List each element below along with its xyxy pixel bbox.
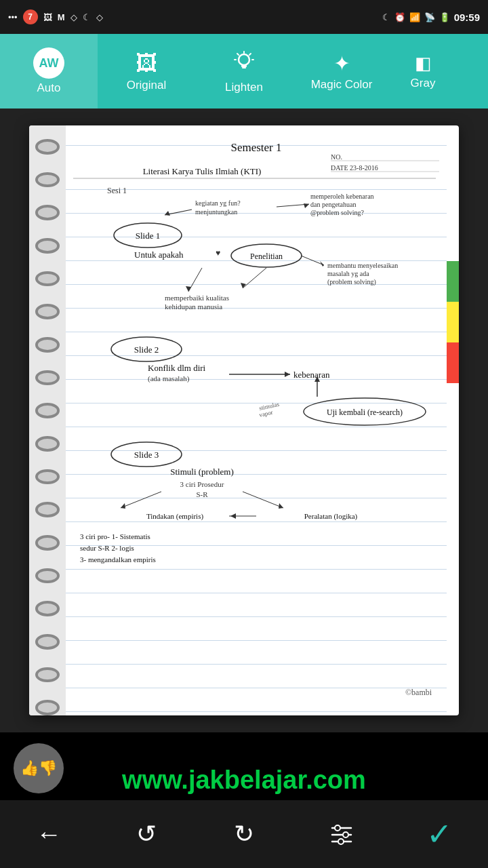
svg-text:Uji kembali (re-search): Uji kembali (re-search) bbox=[327, 408, 403, 417]
svg-text:@problem solving?: @problem solving? bbox=[310, 209, 364, 216]
color-tabs bbox=[447, 261, 459, 383]
status-left-icons: ••• 7 🖼 M ◇ ☾ ◇ bbox=[8, 9, 103, 24]
nav-gray-label: Gray bbox=[411, 77, 436, 90]
notification-dots: ••• bbox=[8, 12, 18, 22]
ring-16 bbox=[35, 634, 60, 650]
svg-line-31 bbox=[301, 256, 324, 265]
back-icon: ← bbox=[36, 820, 62, 849]
gallery-icon: 🖼 bbox=[43, 12, 52, 22]
svg-marker-24 bbox=[304, 203, 309, 208]
svg-text:NO.: NO. bbox=[331, 153, 342, 161]
ring-9 bbox=[35, 403, 60, 418]
svg-point-77 bbox=[338, 839, 344, 844]
rotate-right-button[interactable]: ↻ bbox=[217, 807, 271, 861]
ring-4 bbox=[35, 238, 60, 254]
svg-rect-2 bbox=[242, 67, 246, 68]
svg-text:©bambi: ©bambi bbox=[405, 688, 432, 697]
svg-marker-63 bbox=[279, 503, 283, 509]
svg-text:Tindakan (empiris): Tindakan (empiris) bbox=[146, 512, 204, 521]
nav-item-gray[interactable]: ◧ Gray bbox=[390, 34, 455, 108]
svg-text:(problem solving): (problem solving) bbox=[327, 278, 376, 286]
status-time: 09:59 bbox=[454, 12, 480, 23]
lighten-icon bbox=[232, 49, 256, 78]
svg-text:Semester 1: Semester 1 bbox=[230, 141, 281, 154]
svg-text:(ada masalah): (ada masalah) bbox=[148, 374, 190, 383]
moon-icon: ☾ bbox=[83, 12, 91, 22]
original-icon: 🖼 bbox=[136, 51, 157, 76]
svg-text:3 ciri pro-  1-  Sistematis: 3 ciri pro- 1- Sistematis bbox=[80, 532, 150, 540]
ring-8 bbox=[35, 370, 60, 386]
svg-text:3-  mengandalkan empiris: 3- mengandalkan empiris bbox=[80, 555, 156, 564]
note-svg: Semester 1 NO. DATE 23-8-2016 Literasi K… bbox=[66, 125, 447, 715]
svg-text:menjuntungkan: menjuntungkan bbox=[195, 208, 237, 216]
diamond-icon: ◇ bbox=[70, 12, 77, 22]
top-nav: AW Auto 🖼 Original Lighten ✦ Magic Color bbox=[0, 34, 488, 108]
nav-item-lighten[interactable]: Lighten bbox=[195, 34, 293, 108]
svg-text:kebenaran: kebenaran bbox=[293, 370, 330, 380]
ring-10 bbox=[35, 436, 60, 452]
nav-item-auto[interactable]: AW Auto bbox=[0, 34, 98, 108]
color-tab-green bbox=[447, 261, 459, 302]
svg-point-0 bbox=[239, 54, 249, 65]
svg-text:Peralatan (logika): Peralatan (logika) bbox=[304, 512, 358, 521]
notebook-image: Semester 1 NO. DATE 23-8-2016 Literasi K… bbox=[29, 125, 459, 715]
ring-1 bbox=[35, 139, 60, 155]
rotate-left-icon: ↺ bbox=[136, 820, 157, 848]
website-link[interactable]: www.jakbelajar.com bbox=[0, 766, 488, 795]
svg-point-73 bbox=[335, 825, 340, 831]
rotate-left-button[interactable]: ↺ bbox=[119, 807, 174, 861]
back-button[interactable]: ← bbox=[22, 807, 76, 861]
ring-18 bbox=[35, 700, 60, 715]
svg-text:memperoleh kebenaran: memperoleh kebenaran bbox=[310, 193, 374, 200]
svg-line-4 bbox=[249, 54, 251, 55]
svg-marker-39 bbox=[241, 283, 246, 288]
checkmark-icon: ✓ bbox=[426, 816, 453, 852]
svg-text:Sesi 1: Sesi 1 bbox=[107, 186, 127, 195]
svg-text:♥: ♥ bbox=[216, 248, 220, 258]
svg-text:dan pengetahuan: dan pengetahuan bbox=[310, 201, 356, 208]
ring-6 bbox=[35, 304, 60, 319]
alarm-icon: ⏰ bbox=[394, 12, 405, 22]
svg-rect-1 bbox=[241, 65, 247, 67]
ring-15 bbox=[35, 601, 60, 616]
svg-text:DATE  23-8-2016: DATE 23-8-2016 bbox=[331, 164, 378, 172]
svg-marker-19 bbox=[165, 211, 170, 216]
confirm-button[interactable]: ✓ bbox=[412, 807, 466, 861]
svg-text:Stimuli (problem): Stimuli (problem) bbox=[170, 467, 234, 477]
wifi-icon: 📶 bbox=[409, 12, 420, 22]
nav-item-magic-color[interactable]: ✦ Magic Color bbox=[293, 34, 390, 108]
gmail-icon: M bbox=[58, 12, 65, 22]
nav-item-original[interactable]: 🖼 Original bbox=[98, 34, 195, 108]
notebook-rings bbox=[29, 125, 66, 715]
battery-icon: 🔋 bbox=[439, 12, 450, 22]
svg-line-60 bbox=[121, 492, 161, 508]
svg-text:masalah yg ada: masalah yg ada bbox=[327, 270, 369, 277]
nav-original-label: Original bbox=[127, 79, 167, 92]
diamond2-icon: ◇ bbox=[96, 12, 103, 22]
svg-line-6 bbox=[237, 54, 239, 55]
svg-point-75 bbox=[343, 832, 348, 837]
app-icon-7: 7 bbox=[23, 9, 38, 24]
settings-button[interactable] bbox=[314, 807, 369, 861]
svg-marker-66 bbox=[230, 513, 236, 519]
gray-icon: ◧ bbox=[415, 53, 432, 74]
signal-icon: 📡 bbox=[424, 12, 435, 22]
ring-5 bbox=[35, 271, 60, 287]
svg-marker-47 bbox=[285, 372, 290, 377]
moon2-icon: ☾ bbox=[382, 12, 390, 22]
main-content: Semester 1 NO. DATE 23-8-2016 Literasi K… bbox=[0, 108, 488, 732]
svg-text:Konflik dlm diri: Konflik dlm diri bbox=[148, 363, 206, 373]
ring-14 bbox=[35, 568, 60, 584]
svg-text:Untuk apakah: Untuk apakah bbox=[134, 250, 184, 260]
nav-auto-label: Auto bbox=[37, 81, 61, 95]
ring-12 bbox=[35, 502, 60, 517]
svg-text:sedur S-R   2-  logis: sedur S-R 2- logis bbox=[80, 544, 134, 552]
status-right-icons: ☾ ⏰ 📶 📡 🔋 09:59 bbox=[382, 12, 480, 23]
svg-text:memperbaiki kualitas: memperbaiki kualitas bbox=[165, 294, 229, 302]
svg-text:kegiatan yg fun?: kegiatan yg fun? bbox=[195, 199, 241, 207]
svg-text:membantu menyelesaikan: membantu menyelesaikan bbox=[327, 262, 398, 269]
nav-magic-label: Magic Color bbox=[311, 78, 373, 92]
svg-text:kehidupan manusia: kehidupan manusia bbox=[165, 302, 222, 311]
color-tab-red bbox=[447, 342, 459, 383]
svg-text:Slide 2: Slide 2 bbox=[134, 344, 159, 355]
